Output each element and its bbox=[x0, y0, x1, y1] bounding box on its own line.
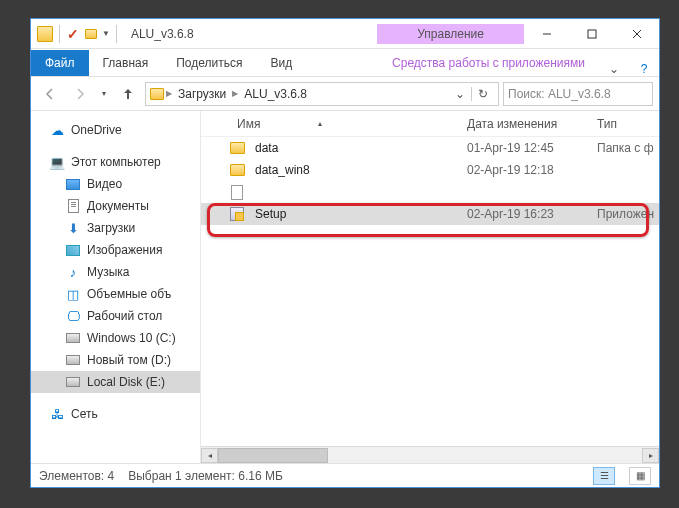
nav-bar: ▾ ▶ Загрузки ▶ ALU_v3.6.8 ⌄ ↻ Поиск: ALU… bbox=[31, 77, 659, 111]
view-details-button[interactable]: ☰ bbox=[593, 467, 615, 485]
sort-asc-icon: ▴ bbox=[318, 119, 322, 128]
status-count: Элементов: 4 bbox=[39, 469, 114, 483]
video-icon bbox=[65, 176, 81, 192]
refresh-icon[interactable]: ↻ bbox=[471, 87, 494, 101]
title-separator bbox=[116, 25, 117, 43]
tree-3d-objects[interactable]: ◫Объемные объ bbox=[31, 283, 200, 305]
scroll-left-button[interactable]: ◂ bbox=[201, 448, 218, 463]
file-list[interactable]: data 01-Apr-19 12:45 Папка с ф data_win8… bbox=[201, 137, 659, 446]
body: ☁OneDrive 💻Этот компьютер Видео Документ… bbox=[31, 111, 659, 463]
up-button[interactable] bbox=[115, 81, 141, 107]
back-button[interactable] bbox=[37, 81, 63, 107]
network-icon: 🖧 bbox=[49, 406, 65, 422]
address-bar[interactable]: ▶ Загрузки ▶ ALU_v3.6.8 ⌄ ↻ bbox=[145, 82, 499, 106]
explorer-window: ✓ ▼ ALU_v3.6.8 Управление Файл Главная П… bbox=[30, 18, 660, 488]
qat-separator bbox=[59, 25, 60, 43]
horizontal-scrollbar[interactable]: ◂ ▸ bbox=[201, 446, 659, 463]
drive-icon bbox=[65, 330, 81, 346]
col-type[interactable]: Тип bbox=[589, 117, 625, 131]
folder-icon bbox=[37, 26, 53, 42]
properties-icon[interactable]: ✓ bbox=[66, 27, 80, 41]
folder-icon bbox=[229, 140, 245, 156]
ribbon-tabs: Файл Главная Поделиться Вид Средства раб… bbox=[31, 49, 659, 77]
col-name[interactable]: Имя▴ bbox=[229, 117, 459, 131]
installer-icon bbox=[229, 206, 245, 222]
document-icon bbox=[65, 198, 81, 214]
list-item[interactable]: data 01-Apr-19 12:45 Папка с ф bbox=[201, 137, 659, 159]
list-item[interactable]: data_win8 02-Apr-19 12:18 bbox=[201, 159, 659, 181]
close-button[interactable] bbox=[614, 20, 659, 48]
title-bar: ✓ ▼ ALU_v3.6.8 Управление bbox=[31, 19, 659, 49]
tree-this-pc[interactable]: 💻Этот компьютер bbox=[31, 151, 200, 173]
tree-drive-d[interactable]: Новый том (D:) bbox=[31, 349, 200, 371]
breadcrumb-current[interactable]: ALU_v3.6.8 bbox=[240, 87, 311, 101]
scroll-right-button[interactable]: ▸ bbox=[642, 448, 659, 463]
title-bar-left: ✓ ▼ ALU_v3.6.8 bbox=[31, 25, 377, 43]
breadcrumb-downloads[interactable]: Загрузки bbox=[174, 87, 230, 101]
pictures-icon bbox=[65, 242, 81, 258]
music-icon: ♪ bbox=[65, 264, 81, 280]
scroll-track[interactable] bbox=[218, 448, 642, 463]
pc-icon: 💻 bbox=[49, 154, 65, 170]
folder-icon bbox=[229, 162, 245, 178]
history-dropdown[interactable]: ▾ bbox=[97, 81, 111, 107]
desktop-icon: 🖵 bbox=[65, 308, 81, 324]
list-item[interactable] bbox=[201, 181, 659, 203]
forward-button[interactable] bbox=[67, 81, 93, 107]
chevron-right-icon[interactable]: ▶ bbox=[232, 89, 238, 98]
tree-network[interactable]: 🖧Сеть bbox=[31, 403, 200, 425]
search-input[interactable]: Поиск: ALU_v3.6.8 bbox=[503, 82, 653, 106]
navigation-pane[interactable]: ☁OneDrive 💻Этот компьютер Видео Документ… bbox=[31, 111, 201, 463]
minimize-button[interactable] bbox=[524, 20, 569, 48]
status-selected: Выбран 1 элемент: 6.16 МБ bbox=[128, 469, 283, 483]
file-icon bbox=[229, 184, 245, 200]
address-folder-icon bbox=[150, 88, 164, 100]
window-title: ALU_v3.6.8 bbox=[131, 27, 194, 41]
chevron-right-icon[interactable]: ▶ bbox=[166, 89, 172, 98]
tree-drive-c[interactable]: Windows 10 (C:) bbox=[31, 327, 200, 349]
tab-file[interactable]: Файл bbox=[31, 50, 89, 76]
search-placeholder: Поиск: ALU_v3.6.8 bbox=[508, 87, 611, 101]
ribbon-expand-icon[interactable]: ⌄ bbox=[599, 62, 629, 76]
drive-icon bbox=[65, 352, 81, 368]
content-pane: Имя▴ Дата изменения Тип data 01-Apr-19 1… bbox=[201, 111, 659, 463]
tab-home[interactable]: Главная bbox=[89, 50, 163, 76]
drive-icon bbox=[65, 374, 81, 390]
list-item-setup[interactable]: Setup 02-Apr-19 16:23 Приложен bbox=[201, 203, 659, 225]
address-dropdown-icon[interactable]: ⌄ bbox=[451, 87, 469, 101]
view-icons-button[interactable]: ▦ bbox=[629, 467, 651, 485]
tree-music[interactable]: ♪Музыка bbox=[31, 261, 200, 283]
column-headers: Имя▴ Дата изменения Тип bbox=[201, 111, 659, 137]
col-date[interactable]: Дата изменения bbox=[459, 117, 589, 131]
download-icon: ⬇ bbox=[65, 220, 81, 236]
tree-pictures[interactable]: Изображения bbox=[31, 239, 200, 261]
help-icon[interactable]: ? bbox=[629, 62, 659, 76]
tree-documents[interactable]: Документы bbox=[31, 195, 200, 217]
tree-downloads[interactable]: ⬇Загрузки bbox=[31, 217, 200, 239]
new-folder-icon[interactable] bbox=[84, 27, 98, 41]
window-controls bbox=[524, 20, 659, 48]
scroll-thumb[interactable] bbox=[218, 448, 328, 463]
ribbon-context-label: Управление bbox=[377, 24, 524, 44]
tree-videos[interactable]: Видео bbox=[31, 173, 200, 195]
onedrive-icon: ☁ bbox=[49, 122, 65, 138]
status-bar: Элементов: 4 Выбран 1 элемент: 6.16 МБ ☰… bbox=[31, 463, 659, 487]
maximize-button[interactable] bbox=[569, 20, 614, 48]
tab-app-tools[interactable]: Средства работы с приложениями bbox=[378, 50, 599, 76]
tree-drive-e[interactable]: Local Disk (E:) bbox=[31, 371, 200, 393]
svg-rect-1 bbox=[588, 30, 596, 38]
qat-dropdown-icon[interactable]: ▼ bbox=[102, 29, 110, 38]
tab-view[interactable]: Вид bbox=[256, 50, 306, 76]
tree-onedrive[interactable]: ☁OneDrive bbox=[31, 119, 200, 141]
tree-desktop[interactable]: 🖵Рабочий стол bbox=[31, 305, 200, 327]
cube-icon: ◫ bbox=[65, 286, 81, 302]
tab-share[interactable]: Поделиться bbox=[162, 50, 256, 76]
